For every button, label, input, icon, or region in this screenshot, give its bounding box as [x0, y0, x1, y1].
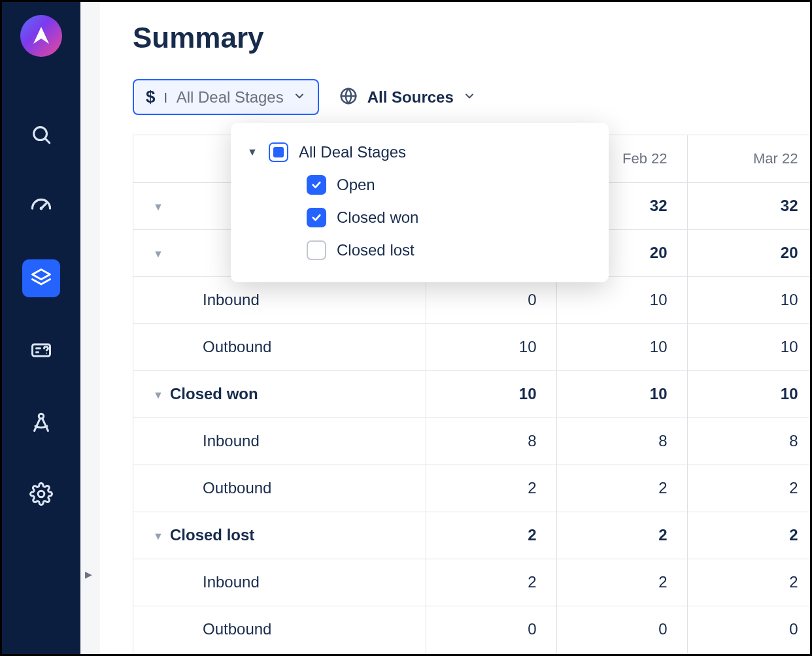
data-cell: 0 — [687, 606, 810, 653]
checkbox-checked[interactable] — [307, 208, 326, 227]
row-label: Outbound — [203, 620, 271, 638]
svg-marker-4 — [33, 270, 50, 280]
nav-search[interactable] — [22, 116, 60, 154]
row-label-cell[interactable]: ▼Closed lost — [133, 512, 426, 559]
data-cell: 10 — [687, 370, 810, 418]
dropdown-option-label: Closed won — [337, 208, 418, 227]
data-cell: 10 — [687, 276, 810, 323]
checkbox-checked[interactable] — [307, 175, 326, 195]
data-cell: 2 — [556, 465, 687, 512]
main-content: Summary $ | All Deal Stages All Sources — [100, 2, 810, 654]
row-label-cell: Inbound — [133, 276, 426, 323]
dropdown-parent-label: All Deal Stages — [299, 143, 406, 161]
filter-deal-stages[interactable]: $ | All Deal Stages — [133, 79, 319, 115]
nav-settings[interactable] — [22, 475, 60, 513]
row-label: Closed won — [170, 385, 258, 402]
checkbox-indeterminate[interactable] — [269, 142, 288, 162]
dropdown-option[interactable]: Closed lost — [246, 234, 593, 267]
row-label-cell: Inbound — [133, 418, 426, 465]
table-sub-row: Inbound01010 — [133, 276, 810, 323]
nav-cards[interactable] — [22, 331, 60, 369]
data-cell: 0 — [556, 606, 687, 653]
page-title: Summary — [133, 22, 810, 54]
data-cell: 2 — [687, 465, 810, 512]
gear-icon — [29, 482, 53, 506]
dollar-icon: $ — [146, 87, 155, 107]
data-cell: 10 — [426, 323, 556, 370]
dropdown-option-label: Open — [337, 176, 375, 194]
svg-line-3 — [41, 204, 46, 209]
checkbox-unchecked[interactable] — [307, 240, 326, 260]
chevron-down-icon — [463, 90, 476, 105]
data-cell: 2 — [426, 465, 556, 512]
data-cell: 0 — [426, 606, 556, 653]
row-label-cell: Outbound — [133, 606, 426, 653]
filter-sources-label: All Sources — [367, 88, 454, 107]
data-cell: 2 — [687, 512, 810, 559]
sidebar — [2, 2, 80, 654]
deal-stages-dropdown: ▼ All Deal Stages OpenClosed wonClosed l… — [231, 123, 609, 282]
layers-icon — [29, 267, 53, 290]
row-label: Inbound — [203, 291, 260, 308]
dropdown-option[interactable]: Closed won — [246, 201, 593, 234]
row-label: Closed lost — [170, 526, 254, 544]
row-label: Inbound — [203, 432, 260, 450]
compass-drafting-icon — [29, 410, 53, 434]
caret-down-icon: ▼ — [153, 201, 170, 213]
data-cell: 8 — [426, 418, 556, 465]
svg-point-8 — [46, 353, 47, 354]
data-cell: 10 — [687, 323, 810, 370]
row-label-cell: Outbound — [133, 465, 426, 512]
nav-design[interactable] — [22, 403, 60, 441]
row-label-cell[interactable]: ▼Closed won — [133, 370, 426, 418]
app-logo[interactable] — [20, 15, 62, 57]
row-label-cell: Inbound — [133, 559, 426, 606]
chevron-down-icon — [293, 90, 306, 105]
filter-bar: $ | All Deal Stages All Sources — [133, 79, 810, 115]
collapse-caret-icon[interactable]: ▶ — [85, 569, 92, 580]
app-root: ▶ Summary $ | All Deal Stages All Source… — [0, 0, 812, 656]
caret-down-icon: ▼ — [246, 146, 258, 158]
table-sub-row: Outbound000 — [133, 606, 810, 653]
panel-divider: ▶ — [80, 2, 100, 654]
search-icon — [30, 123, 52, 146]
gauge-icon — [29, 195, 53, 218]
data-cell: 8 — [687, 418, 810, 465]
data-cell: 32 — [687, 182, 810, 229]
table-sub-row: Inbound222 — [133, 559, 810, 606]
row-label: Outbound — [203, 479, 271, 497]
svg-line-10 — [35, 418, 41, 431]
dropdown-option[interactable]: Open — [246, 169, 593, 201]
globe-icon — [339, 86, 358, 108]
row-label: Outbound — [203, 338, 271, 355]
table-sub-row: Inbound888 — [133, 418, 810, 465]
table-sub-row: Outbound222 — [133, 465, 810, 512]
filter-sources[interactable]: All Sources — [339, 86, 476, 108]
filter-deal-stages-placeholder: All Deal Stages — [177, 88, 284, 107]
dropdown-option-label: Closed lost — [337, 241, 414, 259]
caret-down-icon: ▼ — [153, 248, 170, 260]
svg-point-12 — [38, 491, 44, 497]
nav-layers[interactable] — [22, 259, 60, 297]
table-sub-row: Outbound101010 — [133, 323, 810, 370]
svg-line-1 — [45, 139, 50, 143]
data-cell: 2 — [687, 559, 810, 606]
data-cell: 0 — [426, 276, 556, 323]
data-cell: 8 — [556, 418, 687, 465]
data-cell: 10 — [426, 370, 556, 418]
table-group-row: ▼Closed won101010 — [133, 370, 810, 418]
data-cell: 2 — [556, 559, 687, 606]
data-cell: 10 — [556, 323, 687, 370]
data-cell: 2 — [556, 512, 687, 559]
caret-down-icon: ▼ — [153, 389, 170, 401]
data-cell: 2 — [426, 559, 556, 606]
caret-down-icon: ▼ — [153, 531, 170, 542]
data-cell: 2 — [426, 512, 556, 559]
card-question-icon — [29, 338, 53, 362]
dropdown-parent-option[interactable]: ▼ All Deal Stages — [246, 136, 593, 169]
row-label: Inbound — [203, 573, 260, 591]
data-cell: 10 — [556, 276, 687, 323]
data-cell: 20 — [687, 229, 810, 276]
row-label-cell: Outbound — [133, 323, 426, 370]
nav-dashboard[interactable] — [22, 188, 60, 225]
